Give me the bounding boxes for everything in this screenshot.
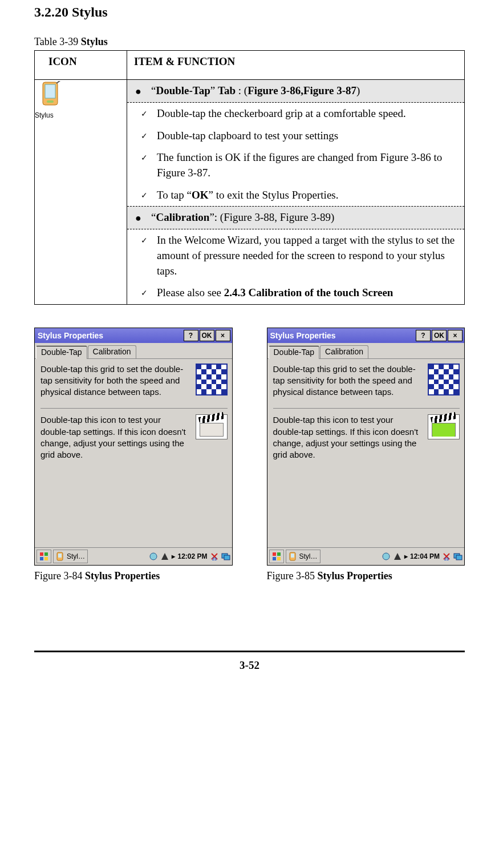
- tab-calibration[interactable]: Calibration: [320, 345, 368, 358]
- stylus-icon-label: Stylus: [35, 111, 127, 119]
- close-button[interactable]: ×: [216, 330, 230, 341]
- window-titlebar: Stylus Properties ? OK ×: [267, 328, 465, 343]
- figure-caption: Figure 3-84 Stylus Properties: [34, 570, 233, 582]
- checkmark-icon: ✓: [141, 128, 157, 142]
- clapboard-icon[interactable]: [196, 414, 228, 439]
- help-button[interactable]: ?: [184, 330, 198, 341]
- separator-line: [273, 408, 460, 409]
- table-icon-cell: Stylus: [35, 80, 127, 305]
- table-header-item: ITEM & FUNCTION: [127, 51, 465, 80]
- svg-rect-23: [456, 555, 462, 560]
- system-tray: ▸ 12:02 PM 23: [149, 552, 230, 561]
- table-section-header: ●“Double-Tap” Tab : (Figure 3-86,Figure …: [127, 80, 464, 103]
- tab-strip: Double-Tap Calibration: [267, 343, 465, 359]
- svg-rect-5: [44, 552, 48, 556]
- checkmark-icon: ✓: [141, 285, 157, 299]
- checkerboard-icon[interactable]: [196, 364, 228, 395]
- table-header-icon: ICON: [35, 51, 127, 80]
- taskbar: Styl… ▸ 12:04 PM 23: [267, 547, 465, 565]
- svg-rect-1: [45, 84, 55, 98]
- checkmark-icon: ✓: [141, 188, 157, 201]
- pda-window: Stylus Properties ? OK × Double-Tap Cali…: [34, 328, 233, 566]
- figure-3-85: Stylus Properties ? OK × Double-Tap Cali…: [267, 328, 465, 582]
- svg-rect-2: [47, 100, 54, 103]
- window-body: Double-tap this grid to set the double-t…: [267, 359, 465, 547]
- taskbar-app-button[interactable]: Styl…: [53, 550, 88, 563]
- tray-icon[interactable]: [160, 552, 169, 561]
- tab-double-tap[interactable]: Double-Tap: [269, 346, 320, 359]
- svg-rect-15: [277, 552, 281, 556]
- svg-rect-16: [273, 557, 276, 560]
- section-header-text: “Calibration”: (Figure 3-88, Figure 3-89…: [151, 210, 460, 225]
- system-tray: ▸ 12:04 PM 23: [382, 552, 463, 561]
- list-item-text: In the Welcome Wizard, you tapped a targ…: [157, 233, 460, 278]
- start-button[interactable]: [269, 550, 284, 563]
- grid-instruction-text: Double-tap this grid to set the double-t…: [273, 364, 423, 398]
- tray-arrow-icon: ▸: [172, 552, 175, 560]
- svg-line-3: [56, 81, 61, 83]
- checkmark-icon: ✓: [141, 106, 157, 120]
- table-section-header: ●“Calibration”: (Figure 3-88, Figure 3-8…: [127, 206, 464, 229]
- tray-icon[interactable]: 23: [442, 552, 451, 561]
- table-list-item: ✓Double-tap the checkerboard grip at a c…: [127, 103, 464, 125]
- svg-text:23: 23: [444, 557, 449, 561]
- checkmark-icon: ✓: [141, 150, 157, 164]
- svg-rect-14: [273, 552, 276, 556]
- taskbar-app-label: Styl…: [299, 552, 318, 560]
- figure-caption: Figure 3-85 Stylus Properties: [267, 570, 465, 582]
- page-footer: 3-52: [34, 651, 465, 672]
- figures-row: Stylus Properties ? OK × Double-Tap Cali…: [34, 328, 465, 582]
- test-instruction-text: Double-tap this icon to test your double…: [273, 414, 423, 461]
- list-item-text: To tap “OK” to exit the Stylus Propertie…: [157, 188, 460, 203]
- window-body: Double-tap this grid to set the double-t…: [35, 359, 232, 547]
- svg-point-20: [383, 553, 390, 560]
- tray-icon[interactable]: [382, 552, 391, 561]
- tray-icon[interactable]: 23: [210, 552, 219, 561]
- grid-instruction-text: Double-tap this grid to set the double-t…: [40, 364, 190, 398]
- window-title: Stylus Properties: [36, 331, 182, 340]
- list-item-text: The function is OK if the figures are ch…: [157, 150, 460, 180]
- svg-text:23: 23: [212, 557, 217, 561]
- help-button[interactable]: ?: [416, 330, 431, 341]
- checkmark-icon: ✓: [141, 233, 157, 247]
- tray-arrow-icon: ▸: [404, 552, 408, 560]
- start-button[interactable]: [36, 550, 51, 563]
- tab-double-tap[interactable]: Double-Tap: [36, 346, 87, 359]
- svg-rect-4: [40, 552, 43, 556]
- stylus-pda-icon: [38, 81, 127, 110]
- clapboard-icon[interactable]: [428, 414, 460, 439]
- stylus-table: ICON ITEM & FUNCTION Stylus ●“Double-Tap…: [34, 50, 465, 305]
- ok-button[interactable]: OK: [200, 330, 214, 341]
- svg-rect-7: [44, 557, 48, 560]
- ok-button[interactable]: OK: [432, 330, 447, 341]
- pda-window: Stylus Properties ? OK × Double-Tap Cali…: [267, 328, 465, 566]
- window-titlebar: Stylus Properties ? OK ×: [35, 328, 232, 343]
- svg-point-10: [150, 553, 157, 560]
- svg-rect-6: [40, 557, 43, 560]
- bullet-icon: ●: [135, 210, 151, 225]
- desktop-icon[interactable]: [221, 552, 230, 561]
- tab-calibration[interactable]: Calibration: [88, 345, 136, 358]
- desktop-icon[interactable]: [453, 552, 463, 561]
- taskbar-app-button[interactable]: Styl…: [286, 550, 321, 563]
- tab-strip: Double-Tap Calibration: [35, 343, 232, 359]
- svg-rect-17: [277, 557, 281, 560]
- table-content-cell: ●“Double-Tap” Tab : (Figure 3-86,Figure …: [127, 80, 465, 305]
- svg-rect-13: [224, 555, 230, 560]
- list-item-text: Please also see 2.4.3 Calibration of the…: [157, 285, 460, 301]
- table-caption: Table 3-39 Stylus: [34, 36, 465, 48]
- svg-rect-9: [58, 554, 62, 558]
- separator-line: [40, 408, 228, 409]
- taskbar-clock: 12:02 PM: [177, 552, 207, 560]
- checkerboard-icon[interactable]: [428, 364, 460, 395]
- tray-icon[interactable]: [149, 552, 158, 561]
- taskbar-app-label: Styl…: [67, 552, 85, 560]
- figure-3-84: Stylus Properties ? OK × Double-Tap Cali…: [34, 328, 233, 582]
- tray-icon[interactable]: [393, 552, 402, 561]
- close-button[interactable]: ×: [448, 330, 463, 341]
- table-list-item: ✓The function is OK if the figures are c…: [127, 147, 464, 184]
- table-list-item: ✓In the Welcome Wizard, you tapped a tar…: [127, 229, 464, 282]
- bullet-icon: ●: [135, 83, 151, 99]
- test-instruction-text: Double-tap this icon to test your double…: [40, 414, 190, 461]
- table-list-item: ✓To tap “OK” to exit the Stylus Properti…: [127, 184, 464, 207]
